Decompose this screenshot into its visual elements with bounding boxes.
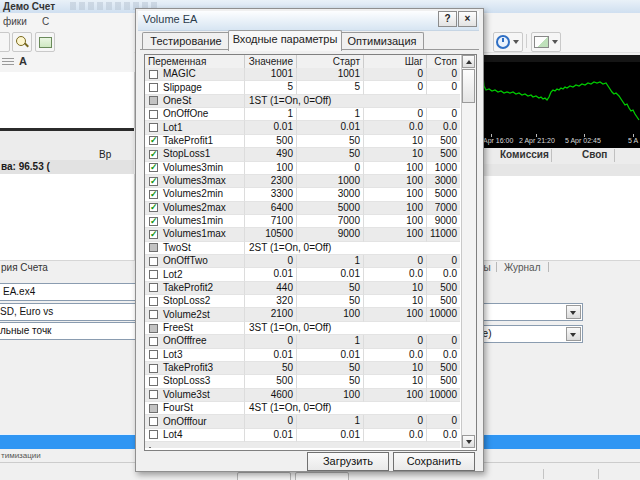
- scroll-thumb[interactable]: [462, 69, 475, 103]
- param-checkbox[interactable]: [149, 83, 158, 92]
- param-checkbox[interactable]: [149, 70, 158, 79]
- param-row[interactable]: OnOffTwo0100: [145, 255, 460, 268]
- param-row[interactable]: Lot10.010.010.00.0: [145, 121, 460, 134]
- grid-tool-button[interactable]: [35, 32, 55, 52]
- param-row[interactable]: Lot30.010.010.00.0: [145, 349, 460, 362]
- chevron-down-icon: [552, 40, 558, 44]
- param-checkbox[interactable]: [149, 257, 158, 266]
- load-button[interactable]: Загрузить: [307, 452, 389, 471]
- param-row[interactable]: FreeSt3ST (1=On, 0=Off): [145, 322, 460, 335]
- chart-top-strip: [481, 55, 640, 62]
- symbol-combobox-right[interactable]: [473, 303, 583, 321]
- tab-input-parameters[interactable]: Входные параметры: [228, 30, 342, 51]
- param-row[interactable]: Lot40.010.010.00.0: [145, 429, 460, 442]
- swap-column-header[interactable]: Своп: [582, 149, 607, 160]
- param-row[interactable]: Volume3st460010010010000: [145, 389, 460, 402]
- header-step[interactable]: Шаг: [364, 55, 427, 68]
- tester-button-partial[interactable]: [237, 472, 291, 480]
- param-row[interactable]: Lot20.010.010.00.0: [145, 268, 460, 281]
- lines-tool-icon[interactable]: [2, 58, 14, 66]
- help-button[interactable]: ?: [438, 11, 457, 27]
- param-checkbox[interactable]: [149, 364, 158, 373]
- templates-button[interactable]: [531, 32, 561, 52]
- toolbar-button-partial[interactable]: [0, 32, 10, 52]
- menu-item-charts-fragment[interactable]: фики: [3, 16, 27, 27]
- param-row[interactable]: ✓Volumes3min10001001000: [145, 162, 460, 175]
- zoom-tool-button[interactable]: [12, 32, 32, 52]
- param-checkbox[interactable]: ✓: [149, 163, 158, 172]
- param-checkbox[interactable]: ✓: [149, 136, 158, 145]
- close-button[interactable]: ×: [458, 11, 477, 27]
- menu-item-service-fragment[interactable]: С: [42, 16, 49, 27]
- param-checkbox[interactable]: [149, 324, 158, 333]
- dropdown-arrow-button[interactable]: [566, 327, 581, 341]
- param-row[interactable]: StopLoss35005010500: [145, 375, 460, 388]
- param-name: MAGIC: [163, 68, 196, 80]
- param-row[interactable]: ✓StopLoss14905010500: [145, 148, 460, 161]
- tab-optimization[interactable]: Оптимизация: [340, 32, 424, 50]
- commission-column-header[interactable]: Комиссия: [500, 149, 549, 160]
- param-row[interactable]: OnOffOne1100: [145, 108, 460, 121]
- param-checkbox[interactable]: [149, 377, 158, 386]
- param-row[interactable]: TakeProfit3505010500: [145, 362, 460, 375]
- param-row[interactable]: ✓Volumes1max10500900010011000: [145, 228, 460, 241]
- param-checkbox[interactable]: [149, 283, 158, 292]
- param-checkbox[interactable]: ✓: [149, 217, 158, 226]
- scroll-up-button[interactable]: [462, 55, 475, 68]
- param-row[interactable]: ✓Volumes2min330030001005000: [145, 188, 460, 201]
- param-row[interactable]: OnOfffour0100: [145, 415, 460, 428]
- scroll-down-button[interactable]: [462, 435, 475, 448]
- expert-combobox[interactable]: EA.ex4: [0, 283, 137, 301]
- param-checkbox[interactable]: ✓: [149, 150, 158, 159]
- vertical-scrollbar[interactable]: [461, 55, 476, 448]
- param-row[interactable]: OnOfffree0100: [145, 335, 460, 348]
- tab-account-history-fragment[interactable]: рия Счета: [1, 262, 48, 273]
- param-row[interactable]: ✓Volumes1min710070001009000: [145, 215, 460, 228]
- param-checkbox[interactable]: [149, 96, 158, 105]
- param-checkbox[interactable]: [149, 390, 158, 399]
- param-checkbox[interactable]: [149, 243, 158, 252]
- header-variable[interactable]: Переменная: [145, 55, 245, 68]
- param-row[interactable]: FourSt4ST (1=On, 0=Off): [145, 402, 460, 415]
- param-checkbox[interactable]: [149, 123, 158, 132]
- symbol-combobox-left[interactable]: SD, Euro vs: [0, 303, 137, 321]
- param-checkbox[interactable]: [149, 337, 158, 346]
- dropdown-arrow-button[interactable]: [566, 305, 581, 319]
- model-combobox-right[interactable]: ие): [473, 325, 583, 343]
- param-checkbox[interactable]: [149, 350, 158, 359]
- param-checkbox[interactable]: [149, 270, 158, 279]
- header-stop[interactable]: Стоп: [427, 55, 460, 68]
- param-row[interactable]: ✓Volumes3max230010001003000: [145, 175, 460, 188]
- param-checkbox[interactable]: [149, 404, 158, 413]
- tab-testing[interactable]: Тестирование: [142, 32, 230, 50]
- param-checkbox[interactable]: ✓: [149, 177, 158, 186]
- param-row[interactable]: StopLoss23205010500: [145, 295, 460, 308]
- chart-template-icon: [534, 36, 549, 48]
- param-row[interactable]: MAGIC1001100100: [145, 68, 460, 81]
- save-button[interactable]: Сохранить: [393, 452, 475, 471]
- param-checkbox[interactable]: ✓: [149, 203, 158, 212]
- param-value: 1: [245, 108, 297, 121]
- header-value[interactable]: Значение: [245, 55, 297, 68]
- param-row[interactable]: OneSt1ST (1=On, 0=Off): [145, 95, 460, 108]
- param-row[interactable]: TakeProfit24405010500: [145, 282, 460, 295]
- param-row[interactable]: ✓Volumes2max640050001007000: [145, 202, 460, 215]
- header-start[interactable]: Старт: [297, 55, 364, 68]
- param-checkbox[interactable]: ✓: [149, 190, 158, 199]
- param-row[interactable]: ✓TakeProfit15005010500: [145, 135, 460, 148]
- param-checkbox[interactable]: [149, 310, 158, 319]
- param-checkbox[interactable]: [149, 417, 158, 426]
- param-row[interactable]: Slippage5500: [145, 81, 460, 94]
- param-checkbox[interactable]: [149, 430, 158, 439]
- model-combobox-left[interactable]: льные точк: [0, 322, 137, 340]
- param-row[interactable]: TwoSt2ST (1=On, 0=Off): [145, 242, 460, 255]
- param-checkbox[interactable]: ✓: [149, 230, 158, 239]
- param-checkbox[interactable]: [149, 110, 158, 119]
- param-row[interactable]: Volume2st210010010010000: [145, 308, 460, 321]
- tester-button-partial[interactable]: [295, 472, 349, 480]
- tab-journal[interactable]: Журнал: [504, 262, 541, 273]
- param-start: 0: [297, 162, 364, 175]
- text-label-tool[interactable]: A: [19, 55, 27, 67]
- periods-button[interactable]: [493, 32, 523, 52]
- param-checkbox[interactable]: [149, 297, 158, 306]
